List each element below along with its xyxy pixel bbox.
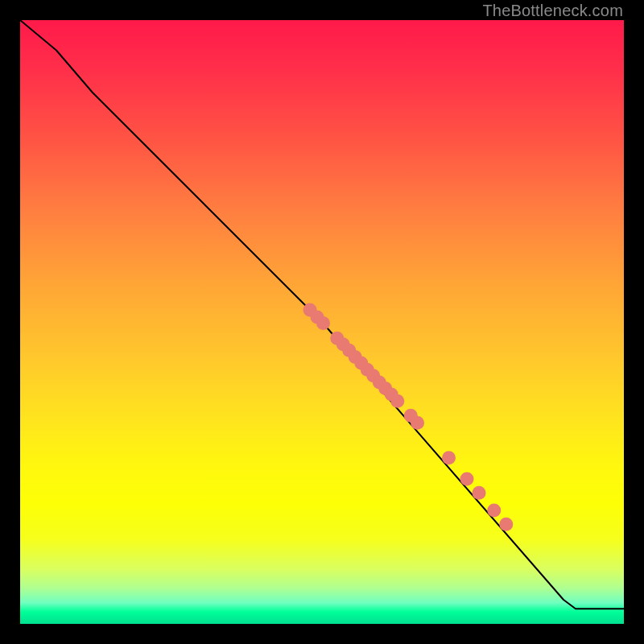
scatter-point	[316, 316, 330, 330]
scatter-point	[473, 486, 486, 500]
chart-container	[20, 20, 624, 624]
watermark-label: TheBottleneck.com	[482, 2, 623, 20]
chart-svg	[20, 20, 624, 624]
scatter-point	[442, 451, 456, 464]
scatter-point	[499, 518, 513, 531]
scatter-point	[460, 473, 474, 486]
scatter-point	[390, 394, 404, 408]
scatter-point	[411, 416, 424, 430]
scatter-group	[303, 303, 514, 531]
scatter-point	[487, 504, 501, 518]
